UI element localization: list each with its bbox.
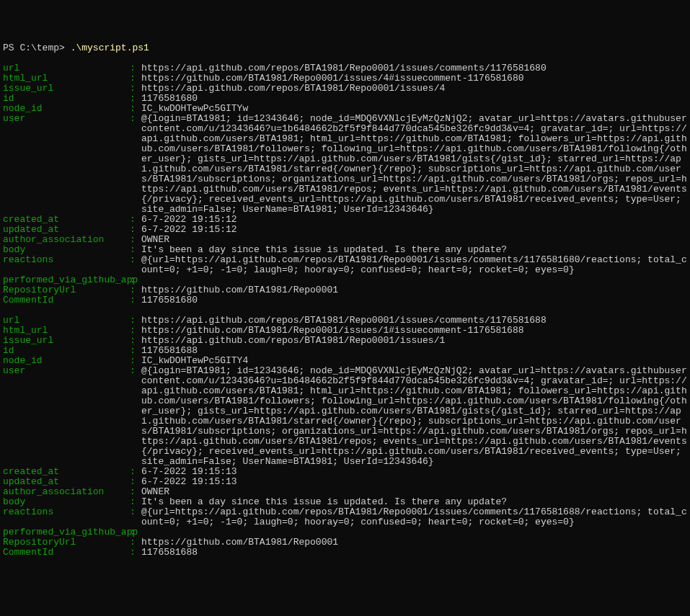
output-row: updated_at: 6-7-2022 19:15:13 [3,477,687,487]
property-key: url [3,316,130,326]
property-key: updated_at [3,477,130,487]
separator: : [130,527,141,537]
property-key: html_url [3,73,130,84]
output-row: reactions: @{url=https://api.github.com/… [3,255,687,275]
output-row: node_id: IC_kwDOHTewPc5GITYw [3,104,687,114]
separator: : [130,477,141,487]
property-key: author_association [3,487,130,497]
separator: : [130,336,141,346]
property-value: 6-7-2022 19:15:12 [141,225,687,235]
property-value: @{login=BTA1981; id=12343646; node_id=MD… [141,366,687,467]
output-row: reactions: @{url=https://api.github.com/… [3,507,687,527]
property-value: https://github.com/BTA1981/Repo0001 [141,537,687,548]
prompt-prefix: PS C:\temp> [3,43,71,53]
separator: : [130,295,141,305]
separator: : [130,346,141,356]
property-value: IC_kwDOHTewPc5GITYw [141,104,687,114]
property-value: https://github.com/BTA1981/Repo0001/issu… [141,73,687,84]
property-key: node_id [3,104,130,114]
property-value: It's been a day since this issue is upda… [141,497,687,507]
property-value [141,527,687,537]
separator: : [130,63,141,73]
output-row: CommentId: 1176581680 [3,295,687,305]
property-value: https://api.github.com/repos/BTA1981/Rep… [141,336,687,346]
output-row: author_association: OWNER [3,487,687,497]
output-row: performed_via_github_app: [3,275,687,285]
property-key: id [3,94,130,104]
property-key: user [3,114,130,215]
output-row: node_id: IC_kwDOHTewPc5GITY4 [3,356,687,366]
property-value: @{login=BTA1981; id=12343646; node_id=MD… [141,114,687,215]
output-row: CommentId: 1176581688 [3,548,687,558]
property-key: id [3,346,130,356]
property-value: https://github.com/BTA1981/Repo0001/issu… [141,326,687,336]
prompt-line: PS C:\temp> .\myscript.ps1 [3,43,687,53]
property-value: https://api.github.com/repos/BTA1981/Rep… [141,63,687,73]
separator: : [130,366,141,467]
property-key: updated_at [3,225,130,235]
separator: : [130,537,141,548]
output-row: created_at: 6-7-2022 19:15:12 [3,215,687,225]
output-row: updated_at: 6-7-2022 19:15:12 [3,225,687,235]
output-row: user: @{login=BTA1981; id=12343646; node… [3,114,687,215]
separator: : [130,73,141,84]
property-key: url [3,63,130,73]
property-key: reactions [3,507,130,527]
property-value: 1176581680 [141,295,687,305]
separator: : [130,548,141,558]
property-key: CommentId [3,295,130,305]
separator: : [130,235,141,245]
blank-line [3,305,687,316]
property-value: OWNER [141,235,687,245]
property-key: user [3,366,130,467]
property-key: body [3,497,130,507]
command-text: .\myscript.ps1 [71,43,149,53]
property-value: @{url=https://api.github.com/repos/BTA19… [141,255,687,275]
property-key: node_id [3,356,130,366]
output-row: id: 1176581688 [3,346,687,356]
separator: : [130,487,141,497]
property-key: issue_url [3,84,130,94]
property-value: OWNER [141,487,687,497]
output-row: html_url: https://github.com/BTA1981/Rep… [3,73,687,84]
output-row: created_at: 6-7-2022 19:15:13 [3,467,687,477]
property-value: https://github.com/BTA1981/Repo0001 [141,285,687,295]
property-value [141,275,687,285]
property-value: 1176581688 [141,548,687,558]
output-row: url: https://api.github.com/repos/BTA198… [3,63,687,73]
property-key: body [3,245,130,255]
output-row: issue_url: https://api.github.com/repos/… [3,84,687,94]
separator: : [130,326,141,336]
separator: : [130,104,141,114]
output-row: html_url: https://github.com/BTA1981/Rep… [3,326,687,336]
separator: : [130,316,141,326]
property-key: reactions [3,255,130,275]
output-row: issue_url: https://api.github.com/repos/… [3,336,687,346]
property-key: created_at [3,215,130,225]
output-row: url: https://api.github.com/repos/BTA198… [3,316,687,326]
property-key: RepositoryUrl [3,537,130,548]
property-key: RepositoryUrl [3,285,130,295]
output-row: body: It's been a day since this issue i… [3,497,687,507]
property-key: html_url [3,326,130,336]
separator: : [130,507,141,527]
output-row: body: It's been a day since this issue i… [3,245,687,255]
property-key: performed_via_github_app [3,527,130,537]
property-value: 6-7-2022 19:15:13 [141,477,687,487]
property-key: CommentId [3,548,130,558]
property-value: 1176581688 [141,346,687,356]
terminal-output[interactable]: PS C:\temp> .\myscript.ps1url: https://a… [3,43,687,568]
separator: : [130,215,141,225]
separator: : [130,356,141,366]
property-key: author_association [3,235,130,245]
output-row: performed_via_github_app: [3,527,687,537]
blank-line [3,558,687,568]
separator: : [130,114,141,215]
separator: : [130,94,141,104]
output-row: id: 1176581680 [3,94,687,104]
property-value: IC_kwDOHTewPc5GITY4 [141,356,687,366]
property-value: 6-7-2022 19:15:13 [141,467,687,477]
blank-line [3,53,687,63]
property-key: issue_url [3,336,130,346]
output-row: RepositoryUrl: https://github.com/BTA198… [3,285,687,295]
